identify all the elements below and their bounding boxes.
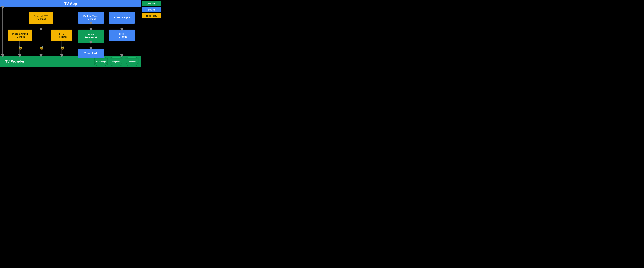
lock-icon-2: 🔒 bbox=[40, 45, 44, 50]
svg-text:Channels: Channels bbox=[128, 61, 136, 63]
tv-provider-bar: TV Provider Recordings Programs Channels bbox=[0, 56, 141, 67]
iptv-left-box: IPTVTV Input bbox=[51, 30, 72, 42]
place-shifting-box: Place-shiftingTV Input bbox=[8, 30, 32, 42]
svg-text:Recordings: Recordings bbox=[96, 61, 106, 63]
lock-icon-3: 🔒 bbox=[60, 45, 65, 50]
svg-point-10 bbox=[125, 63, 138, 66]
built-in-tuner-box: Built-in-TunerTV Input bbox=[78, 12, 104, 24]
svg-point-6 bbox=[110, 63, 123, 66]
svg-text:Programs: Programs bbox=[112, 61, 120, 63]
tv-provider-label: TV Provider bbox=[5, 60, 24, 64]
external-stb-box: External STBTV Input bbox=[29, 12, 53, 24]
iptv-right-box: IPTVTV Input bbox=[109, 30, 135, 42]
recordings-cylinder: Recordings bbox=[94, 57, 108, 66]
legend-third-party: Third Party bbox=[142, 14, 161, 18]
legend-device: Device bbox=[142, 7, 161, 12]
tv-app-label: TV App bbox=[64, 2, 77, 6]
tuner-hal-box: Tuner HAL bbox=[78, 48, 104, 58]
legend-android: Android bbox=[142, 1, 161, 6]
lock-icon-1: 🔒 bbox=[18, 45, 23, 50]
svg-point-2 bbox=[94, 63, 108, 66]
legend: Android Device Third Party bbox=[142, 1, 161, 18]
tuner-framework-box: TunerFramework bbox=[78, 30, 104, 43]
programs-cylinder: Programs bbox=[110, 57, 123, 66]
hdmi-tv-input-box: HDMI TV Input bbox=[109, 12, 135, 24]
tv-app-bar: TV App bbox=[0, 0, 141, 7]
channels-cylinder: Channels bbox=[125, 57, 139, 66]
